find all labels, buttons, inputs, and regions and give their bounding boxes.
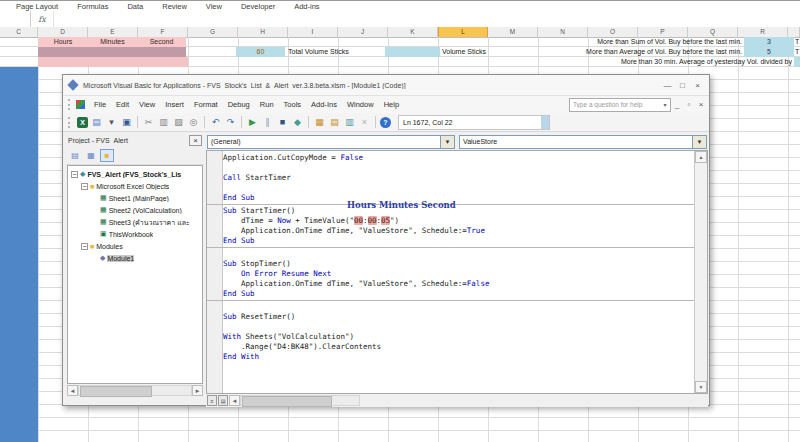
scroll-down-icon[interactable]: ▼	[695, 381, 707, 393]
menu-help[interactable]: Help	[379, 100, 404, 109]
col-header-c[interactable]: C	[0, 27, 38, 37]
find-icon[interactable]: ◎	[187, 116, 200, 129]
code-line[interactable]: .Range("D4:BK48").ClearContents	[223, 342, 694, 352]
code-line[interactable]: Sub StopTimer()	[223, 259, 694, 269]
tree-item-module1[interactable]: ◆Module1	[68, 252, 202, 264]
tab-data[interactable]: Data	[127, 2, 143, 11]
object-combo-caret-icon[interactable]: ▼	[440, 136, 454, 148]
cell-minutes[interactable]: Minutes	[88, 37, 137, 47]
menu-grip[interactable]	[68, 99, 73, 110]
project-close-icon[interactable]: ×	[189, 135, 202, 146]
col-header-n[interactable]: N	[538, 27, 588, 37]
mdi-minimize-button[interactable]: _	[671, 100, 683, 109]
code-line[interactable]: Application.CutCopyMode = False	[223, 153, 694, 163]
minimize-button[interactable]: —	[660, 79, 675, 91]
code-line[interactable]: dTime = Now + TimeValue("00:00:05")	[223, 216, 694, 226]
tab-add-ins[interactable]: Add-ins	[294, 2, 319, 11]
design-mode-icon[interactable]: ◆	[291, 116, 304, 129]
code-line[interactable]	[223, 163, 694, 173]
menu-insert[interactable]: Insert	[160, 100, 189, 109]
project-hscrollbar[interactable]: ◄ ►	[66, 384, 204, 397]
mdi-restore-button[interactable]: ▫	[683, 100, 695, 109]
toolbar-grip[interactable]	[68, 117, 73, 128]
col-header-q[interactable]: Q	[688, 27, 738, 37]
save-icon[interactable]: ▣	[120, 116, 133, 129]
name-box[interactable]	[0, 11, 31, 27]
vba-title-bar[interactable]: Microsoft Visual Basic for Applications …	[63, 75, 709, 96]
reset-icon[interactable]: ■	[276, 116, 289, 129]
code-line[interactable]: Call StartTimer	[223, 173, 694, 183]
cut-icon[interactable]: ✂	[142, 116, 155, 129]
menu-edit[interactable]: Edit	[111, 100, 134, 109]
maximize-button[interactable]: □	[675, 79, 690, 91]
cell-note1[interactable]: More than Sum of Vol. Buy before the las…	[512, 37, 742, 47]
code-editor[interactable]: Application.CutCopyMode = FalseCall Star…	[206, 150, 708, 394]
close-button[interactable]: ×	[690, 79, 705, 91]
view-code-icon[interactable]: ▤	[68, 149, 82, 162]
project-hscroll-thumb[interactable]	[80, 386, 152, 397]
mdi-close-button[interactable]: ×	[695, 100, 707, 109]
run-icon[interactable]: ▶	[246, 116, 259, 129]
help-icon[interactable]: ?	[380, 117, 391, 128]
cell-note2-value[interactable]: 5	[744, 47, 794, 57]
expand-collapse-icon[interactable]: −	[81, 183, 88, 190]
scroll-left-icon[interactable]: ◄	[67, 385, 78, 396]
view-excel-icon[interactable]: X	[77, 117, 88, 128]
menu-format[interactable]: Format	[189, 100, 223, 109]
menu-view[interactable]: View	[134, 100, 160, 109]
code-line[interactable]: With Sheets("VolCalculation")	[223, 332, 694, 342]
cell-note1-value[interactable]: 3	[744, 37, 794, 47]
scroll-up-icon[interactable]: ▲	[695, 151, 707, 163]
code-line[interactable]: Application.OnTime dTime, "ValueStore", …	[223, 279, 694, 289]
col-header-o[interactable]: O	[588, 27, 638, 37]
cell-note2[interactable]: More than Average of Vol. Buy before the…	[512, 47, 742, 57]
col-header-e[interactable]: E	[88, 27, 138, 37]
cell-note3[interactable]: More than 30 min. Average of yesterday V…	[500, 57, 792, 67]
code-line[interactable]: End Sub	[223, 193, 694, 203]
project-panel-header[interactable]: Project - FVS_Alert ×	[66, 134, 204, 147]
tree-item-thisworkbook[interactable]: ▣ThisWorkbook	[68, 228, 202, 240]
tree-item-microsoft[interactable]: −■Microsoft Excel Objects	[68, 180, 202, 192]
col-header-p[interactable]: P	[638, 27, 688, 37]
menu-file[interactable]: File	[89, 100, 111, 109]
code-line[interactable]: End Sub	[223, 236, 694, 246]
insert-userform-caret[interactable]: ▾	[105, 116, 118, 129]
menu-window[interactable]: Window	[342, 100, 379, 109]
menu-tools[interactable]: Tools	[279, 100, 307, 109]
cell-edge1[interactable]: T	[795, 37, 800, 47]
col-header-j[interactable]: J	[338, 27, 388, 37]
cell-volume-sticks-label[interactable]: Volume Sticks	[442, 47, 512, 57]
procedure-view-button[interactable]: ≡	[207, 395, 217, 406]
tab-view[interactable]: View	[206, 2, 222, 11]
undo-icon[interactable]: ↶	[209, 116, 222, 129]
procedure-combo-caret-icon[interactable]: ▼	[692, 136, 706, 148]
break-icon[interactable]: ∥	[261, 116, 274, 129]
redo-icon[interactable]: ↷	[224, 116, 237, 129]
code-line[interactable]: On Error Resume Next	[223, 269, 694, 279]
blue-filled-column[interactable]	[0, 67, 38, 442]
cell-second[interactable]: Second	[137, 37, 186, 47]
code-hscroll-thumb[interactable]	[242, 396, 332, 407]
tree-item-sheet3[interactable]: ▦Sheet3 (คำนวณราคา และ	[68, 216, 202, 228]
tree-item-sheet1[interactable]: ▦Sheet1 (MainPage)	[68, 192, 202, 204]
formula-input[interactable]	[54, 11, 800, 27]
code-line[interactable]	[223, 183, 694, 193]
copy-icon[interactable]: ▥	[157, 116, 170, 129]
scroll-right-icon[interactable]: ►	[192, 385, 203, 396]
help-search-box[interactable]: Type a question for help ▾	[569, 98, 671, 112]
tab-page-layout[interactable]: Page Layout	[16, 2, 58, 11]
code-hscroll-track[interactable]	[240, 395, 360, 406]
object-combo[interactable]: (General) ▼	[207, 135, 455, 149]
toggle-folders-icon[interactable]: ■	[100, 149, 114, 162]
code-line[interactable]: End Sub	[223, 289, 694, 299]
code-vscrollbar[interactable]: ▲ ▼	[694, 151, 707, 393]
code-line[interactable]: Application.OnTime dTime, "ValueStore", …	[223, 226, 694, 236]
procedure-combo[interactable]: ValueStore ▼	[459, 135, 707, 149]
tree-item-sheet2[interactable]: ▦Sheet2 (VolCalculation)	[68, 204, 202, 216]
tree-item-fvs_alert[interactable]: −◆FVS_Alert (FVS_Stock's_Lis	[68, 168, 202, 180]
menu-debug[interactable]: Debug	[223, 100, 255, 109]
col-header-f[interactable]: F	[138, 27, 188, 37]
expand-collapse-icon[interactable]: −	[71, 171, 78, 178]
project-explorer-icon[interactable]: ▦	[313, 116, 326, 129]
project-hscroll-track[interactable]	[78, 385, 192, 396]
